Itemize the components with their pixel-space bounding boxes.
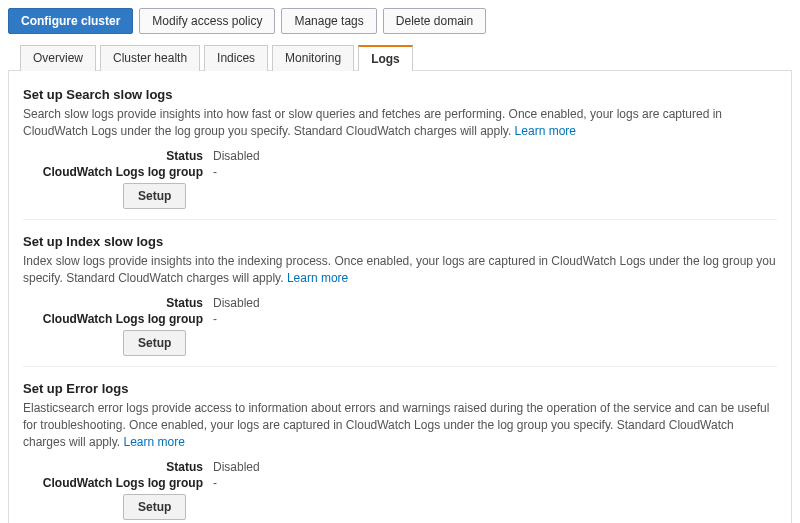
error-setup-button[interactable]: Setup: [123, 494, 186, 520]
status-label: Status: [23, 149, 213, 163]
index-slow-logs-description: Index slow logs provide insights into th…: [23, 253, 777, 288]
index-status-value: Disabled: [213, 296, 260, 310]
search-log-group-row: CloudWatch Logs log group -: [23, 165, 777, 179]
action-toolbar: Configure cluster Modify access policy M…: [8, 8, 792, 34]
search-setup-row: Setup: [23, 183, 777, 209]
error-setup-row: Setup: [23, 494, 777, 520]
index-setup-row: Setup: [23, 330, 777, 356]
tab-logs[interactable]: Logs: [358, 45, 413, 71]
search-status-row: Status Disabled: [23, 149, 777, 163]
search-slow-logs-learn-more-link[interactable]: Learn more: [515, 124, 576, 138]
modify-access-policy-button[interactable]: Modify access policy: [139, 8, 275, 34]
index-slow-logs-section: Set up Index slow logs Index slow logs p…: [23, 219, 777, 366]
index-log-group-row: CloudWatch Logs log group -: [23, 312, 777, 326]
index-status-row: Status Disabled: [23, 296, 777, 310]
error-logs-section: Set up Error logs Elasticsearch error lo…: [23, 366, 777, 523]
index-slow-logs-learn-more-link[interactable]: Learn more: [287, 271, 348, 285]
search-slow-logs-description: Search slow logs provide insights into h…: [23, 106, 777, 141]
error-log-group-row: CloudWatch Logs log group -: [23, 476, 777, 490]
search-log-group-value: -: [213, 165, 217, 179]
tab-indices[interactable]: Indices: [204, 45, 268, 71]
index-slow-logs-title: Set up Index slow logs: [23, 234, 777, 249]
log-group-label: CloudWatch Logs log group: [23, 165, 213, 179]
search-setup-button[interactable]: Setup: [123, 183, 186, 209]
error-log-group-value: -: [213, 476, 217, 490]
error-logs-title: Set up Error logs: [23, 381, 777, 396]
log-group-label: CloudWatch Logs log group: [23, 312, 213, 326]
search-slow-logs-desc-text: Search slow logs provide insights into h…: [23, 107, 722, 138]
logs-panel: Set up Search slow logs Search slow logs…: [8, 71, 792, 523]
tab-cluster-health[interactable]: Cluster health: [100, 45, 200, 71]
search-slow-logs-section: Set up Search slow logs Search slow logs…: [23, 81, 777, 219]
search-slow-logs-title: Set up Search slow logs: [23, 87, 777, 102]
tabs-list: Overview Cluster health Indices Monitori…: [8, 44, 792, 70]
error-logs-learn-more-link[interactable]: Learn more: [124, 435, 185, 449]
tab-monitoring[interactable]: Monitoring: [272, 45, 354, 71]
search-status-value: Disabled: [213, 149, 260, 163]
tab-overview[interactable]: Overview: [20, 45, 96, 71]
status-label: Status: [23, 296, 213, 310]
delete-domain-button[interactable]: Delete domain: [383, 8, 486, 34]
manage-tags-button[interactable]: Manage tags: [281, 8, 376, 34]
index-slow-logs-desc-text: Index slow logs provide insights into th…: [23, 254, 776, 285]
error-logs-description: Elasticsearch error logs provide access …: [23, 400, 777, 452]
configure-cluster-button[interactable]: Configure cluster: [8, 8, 133, 34]
tabs-container: Overview Cluster health Indices Monitori…: [8, 44, 792, 71]
error-status-value: Disabled: [213, 460, 260, 474]
index-log-group-value: -: [213, 312, 217, 326]
index-setup-button[interactable]: Setup: [123, 330, 186, 356]
log-group-label: CloudWatch Logs log group: [23, 476, 213, 490]
error-status-row: Status Disabled: [23, 460, 777, 474]
status-label: Status: [23, 460, 213, 474]
